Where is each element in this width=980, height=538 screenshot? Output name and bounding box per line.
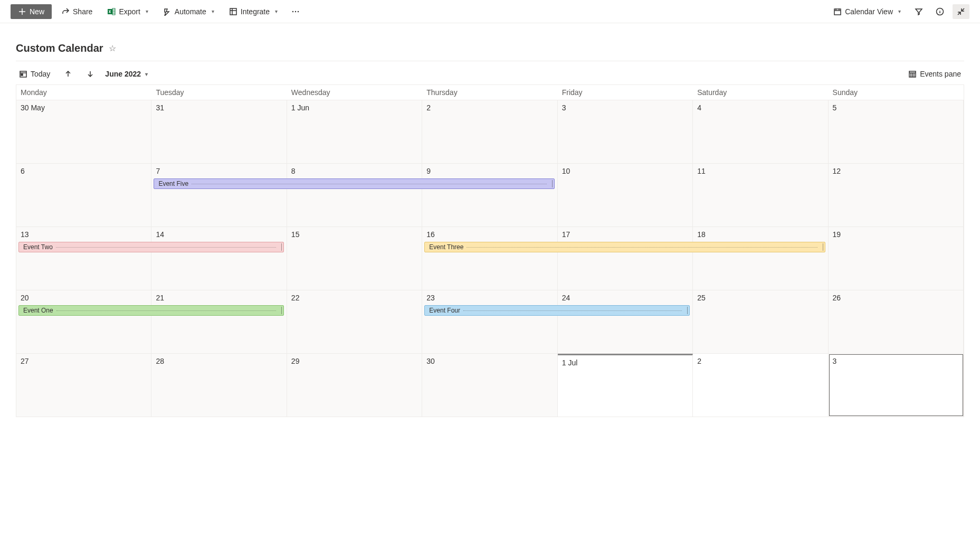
event-duration-line (56, 310, 276, 311)
day-number: 4 (697, 103, 701, 112)
day-cell[interactable]: 30 (422, 354, 557, 417)
day-number: 9 (426, 167, 431, 175)
collapse-button[interactable] (953, 4, 969, 19)
event-end-handle[interactable] (687, 307, 688, 314)
day-cell[interactable]: 10 (558, 164, 693, 226)
svg-point-3 (292, 11, 293, 12)
day-cell[interactable]: 16 (422, 227, 557, 290)
event-bar[interactable]: Event Five (154, 178, 554, 189)
today-button[interactable]: Today (16, 68, 53, 80)
automate-button[interactable]: Automate ▾ (158, 4, 220, 19)
event-duration-line (56, 247, 276, 248)
svg-rect-9 (21, 74, 23, 75)
day-cell[interactable]: 26 (829, 290, 964, 353)
arrow-down-icon (86, 70, 94, 78)
filter-button[interactable] (910, 4, 927, 19)
prev-month-button[interactable] (61, 68, 75, 80)
day-cell[interactable]: 9 (422, 164, 557, 226)
favorite-star-icon[interactable]: ☆ (109, 43, 116, 53)
day-cell[interactable]: 18 (693, 227, 828, 290)
event-title: Event Two (23, 243, 53, 251)
day-cell[interactable]: 7 (151, 164, 287, 226)
day-number: 5 (833, 103, 837, 112)
day-cell[interactable]: 13 (16, 227, 151, 290)
day-cell[interactable]: 17 (558, 227, 693, 290)
day-cell[interactable]: 23 (422, 290, 557, 353)
day-number: 6 (21, 167, 25, 175)
event-bar[interactable]: Event One (18, 305, 284, 316)
day-cell[interactable]: 1 Jun (287, 100, 422, 163)
week-row: 13141516171819Event TwoEvent Three (16, 226, 964, 290)
event-end-handle[interactable] (281, 243, 282, 251)
day-cell[interactable]: 4 (693, 100, 828, 163)
day-cell[interactable]: 3 (829, 354, 964, 417)
day-cell[interactable]: 1 Jul (558, 354, 693, 417)
day-number: 8 (291, 167, 296, 175)
events-pane-button[interactable]: Events pane (905, 68, 964, 80)
day-number: 30 (426, 357, 435, 365)
events-pane-label: Events pane (920, 70, 961, 78)
automate-button-label: Automate (175, 7, 206, 16)
export-button[interactable]: Export ▾ (102, 4, 153, 19)
svg-rect-2 (230, 8, 236, 15)
month-selector[interactable]: June 2022 ▾ (105, 70, 148, 78)
day-number: 23 (426, 294, 435, 302)
day-cell[interactable]: 6 (16, 164, 151, 226)
week-row: 272829301 Jul23 (16, 353, 964, 417)
share-button[interactable]: Share (56, 4, 98, 19)
more-button[interactable] (287, 4, 304, 19)
event-bar[interactable]: Event Two (18, 242, 284, 252)
day-cell[interactable]: 29 (287, 354, 422, 417)
event-end-handle[interactable] (823, 243, 823, 251)
event-bar[interactable]: Event Four (424, 305, 690, 316)
chevron-down-icon: ▾ (898, 8, 901, 14)
day-number: 24 (562, 294, 570, 302)
day-cell[interactable]: 11 (693, 164, 828, 226)
day-cell[interactable]: 28 (151, 354, 287, 417)
day-cell[interactable]: 5 (829, 100, 964, 163)
weekday-header: Saturday (693, 85, 828, 100)
day-number: 11 (697, 167, 706, 175)
weekday-header: Tuesday (151, 85, 287, 100)
day-cell[interactable]: 30 May (16, 100, 151, 163)
new-button[interactable]: New (11, 4, 52, 19)
day-cell[interactable]: 15 (287, 227, 422, 290)
event-duration-line (467, 247, 817, 248)
more-icon (291, 7, 300, 16)
event-duration-line (463, 310, 682, 311)
day-number: 12 (833, 167, 841, 175)
info-button[interactable] (931, 4, 948, 19)
day-cell[interactable]: 22 (287, 290, 422, 353)
day-cell[interactable]: 2 (693, 354, 828, 417)
integrate-button[interactable]: Integrate ▾ (224, 4, 283, 19)
day-cell[interactable]: 8 (287, 164, 422, 226)
event-end-handle[interactable] (281, 307, 282, 314)
day-cell[interactable]: 25 (693, 290, 828, 353)
day-number: 26 (833, 294, 841, 302)
event-bar[interactable]: Event Three (424, 242, 825, 252)
day-cell[interactable]: 19 (829, 227, 964, 290)
day-number: 25 (697, 294, 706, 302)
weekday-header: Monday (16, 85, 151, 100)
view-selector-button[interactable]: Calendar View ▾ (828, 4, 906, 19)
weekday-header: Wednesday (287, 85, 422, 100)
day-number: 21 (156, 294, 164, 302)
event-end-handle[interactable] (552, 180, 553, 187)
week-row: 6789101112Event Five (16, 163, 964, 226)
weekday-header: Thursday (422, 85, 557, 100)
chevron-down-icon: ▾ (275, 8, 278, 14)
day-cell[interactable]: 12 (829, 164, 964, 226)
next-month-button[interactable] (83, 68, 98, 80)
chevron-down-icon: ▾ (212, 8, 214, 14)
day-number: 19 (833, 230, 841, 239)
day-cell[interactable]: 27 (16, 354, 151, 417)
month-label: June 2022 (105, 70, 141, 78)
day-cell[interactable]: 2 (422, 100, 557, 163)
day-cell[interactable]: 20 (16, 290, 151, 353)
day-cell[interactable]: 14 (151, 227, 287, 290)
day-number: 30 May (21, 103, 45, 112)
day-cell[interactable]: 24 (558, 290, 693, 353)
day-cell[interactable]: 31 (151, 100, 287, 163)
day-cell[interactable]: 21 (151, 290, 287, 353)
day-cell[interactable]: 3 (558, 100, 693, 163)
